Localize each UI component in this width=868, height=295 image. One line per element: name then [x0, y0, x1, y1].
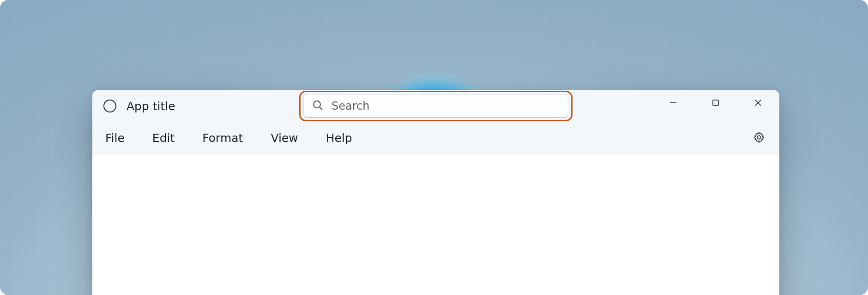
caption-controls	[652, 90, 779, 116]
gear-icon	[753, 131, 766, 146]
search-highlight-callout	[299, 91, 573, 121]
app-icon	[103, 100, 116, 112]
titlebar[interactable]: App title	[92, 90, 779, 122]
search-box[interactable]	[303, 94, 568, 118]
svg-rect-4	[713, 100, 718, 106]
menu-view[interactable]: View	[271, 131, 298, 145]
menu-file[interactable]: File	[105, 131, 125, 145]
close-icon	[753, 98, 763, 107]
search-input[interactable]	[332, 100, 560, 112]
menubar: File Edit Format View Help	[92, 122, 779, 154]
menu-help[interactable]: Help	[326, 131, 352, 145]
menu-edit[interactable]: Edit	[152, 131, 175, 145]
desktop-background: App title	[0, 0, 868, 295]
menu-format[interactable]: Format	[202, 131, 243, 145]
minimize-icon	[669, 99, 677, 107]
close-button[interactable]	[737, 90, 779, 116]
svg-point-1	[313, 101, 320, 108]
content-area	[92, 154, 779, 295]
settings-button[interactable]	[750, 129, 768, 148]
app-title: App title	[127, 100, 175, 113]
search-icon	[312, 100, 323, 112]
svg-line-2	[319, 107, 322, 110]
svg-point-7	[757, 136, 760, 139]
minimize-button[interactable]	[652, 90, 694, 116]
app-window: App title	[92, 90, 779, 295]
maximize-button[interactable]	[694, 90, 737, 116]
maximize-icon	[711, 99, 720, 107]
